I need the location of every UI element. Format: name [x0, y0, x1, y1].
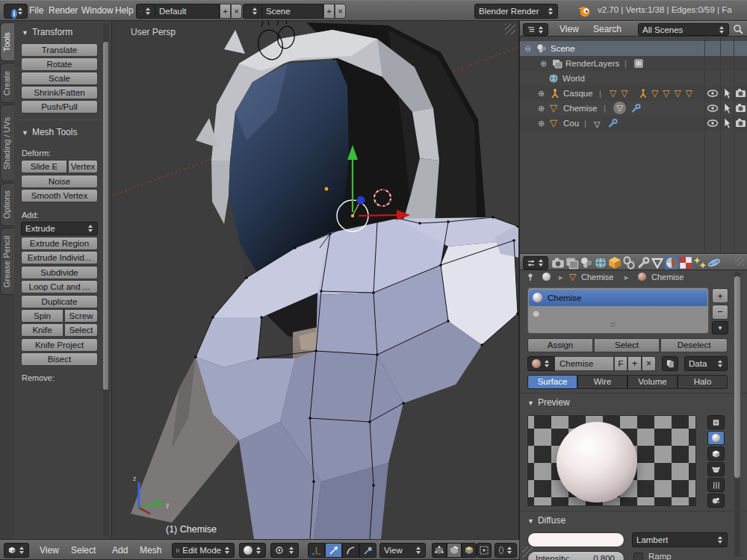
slide-vertex-button[interactable]: Vertex	[68, 160, 98, 173]
menu-view3d-mesh[interactable]: Mesh	[137, 541, 164, 560]
wrench-icon[interactable]	[630, 103, 641, 113]
preview-type-cube-button[interactable]	[707, 447, 725, 461]
scale-button[interactable]: Scale	[21, 72, 98, 85]
panel-header-diffuse[interactable]: ▼Diffuse	[527, 515, 565, 526]
knife-button[interactable]: Knife	[21, 323, 63, 337]
bisect-button[interactable]: Bisect	[21, 352, 98, 366]
panel-header-preview[interactable]: ▼Preview	[527, 397, 570, 408]
occlude-geometry-button[interactable]	[477, 543, 492, 558]
toolshelf-tab-shading-uvs[interactable]: Shading / UVs	[0, 105, 14, 181]
viewport-3d[interactable]: z y User Persp (1) Chemise ▼Transform Tr…	[0, 21, 519, 539]
hide-toggle-eye-icon[interactable]	[707, 118, 719, 128]
mesh-data-icon[interactable]: ▽	[594, 118, 604, 128]
tab-particles-icon[interactable]	[693, 256, 707, 270]
menu-file[interactable]: File	[27, 1, 46, 20]
region-divider[interactable]	[519, 21, 520, 560]
material-type-halo[interactable]: Halo	[678, 375, 728, 389]
tab-texture-icon[interactable]	[679, 256, 692, 270]
menu-render[interactable]: Render	[46, 1, 80, 20]
editor-type-selector-outliner[interactable]	[523, 23, 548, 36]
assign-button[interactable]: Assign	[527, 338, 593, 352]
panel-header-mesh-tools[interactable]: ▼Mesh Tools	[22, 127, 77, 137]
add-slot-icon[interactable]: ⊕	[533, 309, 539, 319]
breadcrumb-material[interactable]: Chemise	[651, 270, 684, 284]
screen-layout-browse-button[interactable]	[136, 4, 155, 19]
translate-button[interactable]: Translate	[21, 43, 98, 57]
screen-layout-delete-button[interactable]: ×	[231, 4, 242, 19]
renderlayer-data-icon[interactable]	[633, 58, 644, 69]
scene-add-button[interactable]: +	[323, 4, 335, 19]
casque-children-mesh-icons[interactable]: ▽▽▽▽	[651, 86, 697, 101]
viewport-shading-dropdown[interactable]	[239, 543, 266, 558]
list-resize-grip[interactable]: =	[610, 320, 615, 330]
duplicate-button[interactable]: Duplicate	[21, 295, 98, 308]
material-type-wire[interactable]: Wire	[577, 375, 627, 389]
preview-type-hair-button[interactable]	[707, 478, 725, 492]
noise-button[interactable]: Noise	[21, 175, 98, 188]
proportional-edit-dropdown[interactable]	[495, 543, 517, 558]
material-slot-selected[interactable]: Chemise	[529, 290, 707, 306]
manipulator-enable-button[interactable]	[308, 543, 325, 558]
properties-scrollbar[interactable]	[734, 276, 740, 478]
selectability-pointer-icon[interactable]	[722, 87, 732, 99]
screen-layout-name-field[interactable]: Default	[155, 4, 220, 19]
scene-name-field[interactable]: Scene	[262, 4, 323, 19]
outliner-row-renderlayers[interactable]: ⊕ RenderLayers |	[520, 56, 747, 71]
diffuse-color-swatch[interactable]	[527, 532, 624, 547]
toolshelf-tab-grease-pencil[interactable]: Grease Pencil	[0, 228, 14, 295]
preview-type-world-button[interactable]	[707, 494, 725, 508]
subdivide-button[interactable]: Subdivide	[21, 266, 98, 279]
collapse-icon[interactable]: ⊖	[524, 41, 531, 56]
tab-modifiers-icon[interactable]	[636, 256, 650, 270]
deselect-button[interactable]: Deselect	[660, 338, 728, 352]
copy-material-button[interactable]	[662, 356, 678, 371]
menu-view3d-select[interactable]: Select	[69, 541, 98, 560]
manipulator-axis-blue[interactable]	[357, 196, 365, 205]
armature-child-icon[interactable]	[638, 88, 648, 99]
ramp-checkbox[interactable]	[633, 553, 643, 560]
pivot-point-dropdown[interactable]	[270, 543, 299, 558]
editor-type-selector-info[interactable]: i	[4, 4, 28, 19]
breadcrumb-object[interactable]: Chemise	[581, 270, 613, 284]
face-select-button[interactable]	[462, 543, 477, 558]
unlink-material-button[interactable]: ×	[642, 356, 656, 371]
pin-icon[interactable]	[526, 273, 535, 281]
toolshelf-tab-create[interactable]: Create	[0, 63, 14, 103]
tab-world-icon[interactable]	[594, 256, 607, 270]
tab-object-icon[interactable]	[608, 256, 622, 270]
render-toggle-camera-icon[interactable]	[735, 88, 746, 98]
render-toggle-camera-icon[interactable]	[735, 103, 746, 113]
hide-toggle-eye-icon[interactable]	[707, 103, 719, 113]
extrude-dropdown[interactable]: Extrude	[21, 222, 98, 235]
menu-window[interactable]: Window	[79, 1, 116, 20]
menu-outliner-search[interactable]: Search	[591, 21, 624, 39]
render-engine-select[interactable]: Blender Render	[474, 4, 558, 19]
tab-scene-icon[interactable]	[580, 256, 593, 270]
rotate-button[interactable]: Rotate	[21, 57, 98, 71]
new-material-button[interactable]: +	[627, 356, 642, 371]
mesh-data-active-icon[interactable]: ▽	[613, 102, 626, 114]
selected-vertex[interactable]	[325, 187, 329, 191]
expand-icon[interactable]: ⊕	[540, 56, 547, 71]
selectability-pointer-icon[interactable]	[722, 117, 732, 129]
fake-user-button[interactable]: F	[614, 356, 627, 371]
preview-type-flat-button[interactable]	[707, 415, 725, 429]
tab-physics-icon[interactable]	[707, 256, 721, 270]
manipulator-translate-button[interactable]	[325, 543, 342, 558]
knife-select-button[interactable]: Select	[64, 323, 98, 337]
wrench-icon[interactable]	[607, 118, 618, 128]
manipulator-rotate-button[interactable]	[342, 543, 359, 558]
extrude-individual-button[interactable]: Extrude Individ...	[21, 251, 98, 264]
outliner-row-scene[interactable]: ⊖ Scene	[520, 41, 747, 56]
knife-project-button[interactable]: Knife Project	[21, 338, 98, 352]
edge-select-button[interactable]	[447, 543, 462, 558]
hide-toggle-eye-icon[interactable]	[707, 88, 719, 99]
loop-cut-button[interactable]: Loop Cut and ...	[21, 280, 98, 293]
diffuse-shader-dropdown[interactable]: Lambert	[632, 532, 728, 547]
menu-view3d-add[interactable]: Add	[110, 541, 130, 560]
screw-button[interactable]: Screw	[64, 309, 98, 323]
tab-data-icon[interactable]	[651, 256, 664, 270]
tab-render-layers-icon[interactable]	[565, 256, 579, 270]
expand-icon[interactable]: ⊕	[538, 116, 545, 131]
slide-edge-button[interactable]: Slide E	[21, 160, 67, 173]
